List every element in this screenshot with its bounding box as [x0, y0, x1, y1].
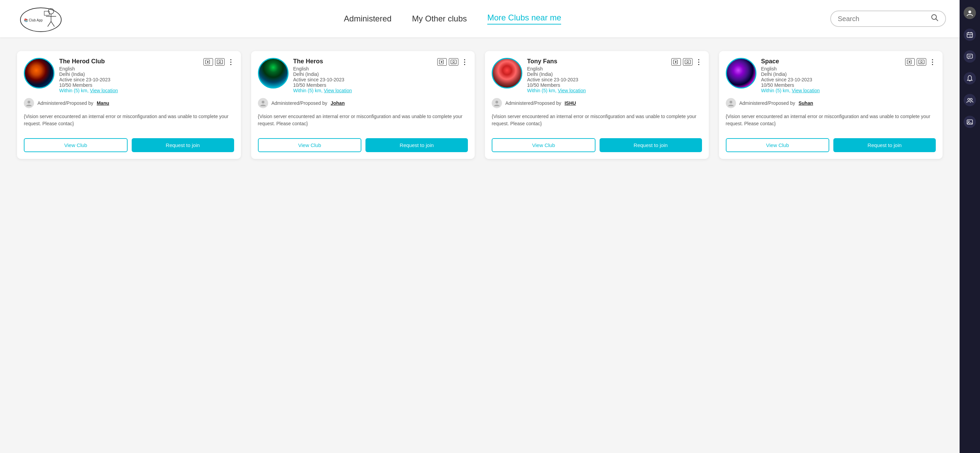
more-options-herod[interactable]: ⋮	[227, 58, 234, 66]
request-join-button-heros[interactable]: Request to join	[366, 138, 468, 152]
club-active-space: Active since 23-10-2023	[761, 77, 936, 83]
svg-marker-16	[441, 61, 443, 63]
admin-name-space[interactable]: Suhan	[799, 100, 813, 106]
sidebar-community-icon[interactable]	[964, 94, 976, 106]
card-buttons-space: View Club Request to join	[726, 138, 936, 152]
club-members-tony: 10/50 Members	[527, 83, 702, 88]
svg-point-40	[970, 99, 972, 100]
person-icon-herod[interactable]	[215, 58, 224, 66]
svg-line-5	[48, 21, 51, 27]
svg-rect-12	[217, 60, 223, 64]
club-within-text-herod: Within (5) km,	[59, 88, 89, 93]
video-icon-space[interactable]	[905, 58, 915, 66]
nav-my-other-clubs[interactable]: My Other clubs	[412, 14, 467, 24]
admin-avatar-tony	[492, 98, 502, 108]
svg-rect-36	[967, 54, 972, 58]
card-buttons-herod: View Club Request to join	[24, 138, 234, 152]
club-within-text-tony: Within (5) km,	[527, 88, 556, 93]
club-view-location-space[interactable]: View location	[792, 88, 820, 93]
sidebar-calendar-icon[interactable]: 31	[964, 29, 976, 41]
search-input[interactable]	[838, 15, 931, 23]
svg-text:📚 Club App: 📚 Club App	[24, 18, 43, 22]
video-icon-heros[interactable]	[437, 58, 447, 66]
admin-row-herod: Administered/Proposed by Manu	[24, 98, 234, 108]
sidebar-profile-icon[interactable]	[964, 7, 976, 19]
request-join-button-space[interactable]: Request to join	[833, 138, 936, 152]
admin-name-herod[interactable]: Manu	[97, 100, 109, 106]
club-members-herod: 10/50 Members	[59, 83, 234, 88]
svg-text:31: 31	[969, 35, 972, 37]
card-buttons-tony: View Club Request to join	[492, 138, 702, 152]
svg-point-18	[453, 61, 455, 63]
person-icon-tony[interactable]	[683, 58, 692, 66]
nav-more-clubs[interactable]: More Clubs near me	[487, 13, 561, 24]
club-lang-heros: English	[293, 66, 468, 72]
sidebar-right: 31	[959, 0, 980, 453]
club-error-text-tony: {Vision server encountered an internal e…	[492, 113, 702, 134]
video-icon-herod[interactable]	[204, 58, 213, 66]
svg-line-9	[936, 19, 938, 21]
club-card-space: Space English Delhi (India) Active since…	[719, 51, 943, 159]
sidebar-media-icon[interactable]	[964, 116, 976, 128]
club-active-tony: Active since 23-10-2023	[527, 77, 702, 83]
club-view-location-tony[interactable]: View location	[558, 88, 585, 93]
sidebar-bell-icon[interactable]	[964, 72, 976, 84]
admin-label-heros: Administered/Proposed by	[272, 100, 327, 106]
admin-name-tony[interactable]: ISHU	[565, 100, 576, 106]
card-top-herod: The Herod Club English Delhi (India) Act…	[24, 58, 234, 93]
more-options-heros[interactable]: ⋮	[461, 58, 468, 66]
club-error-text-space: {Vision server encountered an internal e…	[726, 113, 936, 134]
card-icons-tony: ⋮	[671, 58, 702, 66]
video-icon-tony[interactable]	[671, 58, 681, 66]
club-lang-tony: English	[527, 66, 702, 72]
sidebar-chat-icon[interactable]	[964, 50, 976, 63]
person-icon-space[interactable]	[917, 58, 926, 66]
svg-point-39	[968, 99, 970, 100]
club-location-heros: Delhi (India)	[293, 72, 468, 77]
club-avatar-tony	[492, 58, 522, 89]
svg-rect-22	[685, 60, 690, 64]
more-options-tony[interactable]: ⋮	[695, 58, 702, 66]
svg-point-29	[730, 101, 732, 103]
card-top-space: Space English Delhi (India) Active since…	[726, 58, 936, 93]
club-lang-space: English	[761, 66, 936, 72]
admin-label-tony: Administered/Proposed by	[505, 100, 561, 106]
card-top-tony: Tony Fans English Delhi (India) Active s…	[492, 58, 702, 93]
club-lang-herod: English	[59, 66, 234, 72]
logo: 📚 Club App	[14, 3, 75, 35]
club-active-heros: Active since 23-10-2023	[293, 77, 468, 83]
view-club-button-tony[interactable]: View Club	[492, 138, 595, 152]
request-join-button-herod[interactable]: Request to join	[132, 138, 234, 152]
view-club-button-space[interactable]: View Club	[726, 138, 830, 152]
club-distance-tony: Within (5) km, View location	[527, 88, 702, 93]
club-view-location-herod[interactable]: View location	[90, 88, 118, 93]
admin-label-space: Administered/Proposed by	[740, 100, 795, 106]
club-view-location-heros[interactable]: View location	[324, 88, 352, 93]
card-icons-heros: ⋮	[437, 58, 468, 66]
svg-point-42	[968, 121, 969, 122]
admin-name-heros[interactable]: Johan	[331, 100, 345, 106]
svg-rect-17	[451, 60, 456, 64]
view-club-button-herod[interactable]: View Club	[24, 138, 127, 152]
person-icon-heros[interactable]	[449, 58, 458, 66]
admin-row-heros: Administered/Proposed by Johan	[258, 98, 468, 108]
card-top-heros: The Heros English Delhi (India) Active s…	[258, 58, 468, 93]
svg-line-6	[51, 21, 54, 27]
club-members-heros: 10/50 Members	[293, 83, 468, 88]
search-bar	[830, 11, 946, 27]
search-icon	[931, 14, 939, 24]
admin-avatar-space	[726, 98, 736, 108]
view-club-button-heros[interactable]: View Club	[258, 138, 362, 152]
svg-marker-21	[675, 61, 677, 63]
club-avatar-space	[726, 58, 756, 89]
nav-administered[interactable]: Administered	[344, 14, 392, 24]
club-distance-herod: Within (5) km, View location	[59, 88, 234, 93]
request-join-button-tony[interactable]: Request to join	[600, 138, 702, 152]
admin-label-herod: Administered/Proposed by	[37, 100, 93, 106]
card-icons-herod: ⋮	[204, 58, 234, 66]
more-options-space[interactable]: ⋮	[929, 58, 936, 66]
club-distance-heros: Within (5) km, View location	[293, 88, 468, 93]
club-avatar-herod	[24, 58, 54, 89]
clubs-grid: The Herod Club English Delhi (India) Act…	[17, 51, 943, 159]
club-error-text-heros: {Vision server encountered an internal e…	[258, 113, 468, 134]
